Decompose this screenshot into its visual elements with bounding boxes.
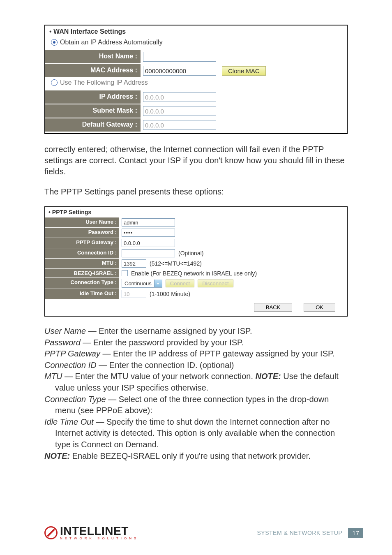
def-mtu-text: — Enter the MTU value of your network co… [62, 372, 255, 381]
wan-title-row: • WAN Interface Settings [45, 25, 347, 38]
pptp-idle-input[interactable] [122, 290, 146, 298]
pptp-ok-button[interactable]: OK [304, 303, 335, 312]
host-name-label: Host Name : [45, 50, 141, 63]
pptp-connect-button[interactable]: Connect [166, 280, 194, 287]
pptp-mtu-label: MTU : [45, 259, 119, 268]
footer-caption: SYSTEM & NETWORK SETUP [257, 530, 343, 536]
def-user-name-term: User Name [44, 326, 86, 335]
intellinet-logo: INTELLINET NETWORK SOLUTIONS [44, 526, 138, 540]
subnet-mask-input[interactable] [143, 106, 216, 116]
wan-radio-static-label: Use The Following IP Address [60, 79, 148, 86]
pptp-ctype-select[interactable]: Continuous ▾ [122, 279, 162, 288]
pptp-ctype-value: Continuous [122, 280, 154, 287]
pptp-back-button[interactable]: BACK [254, 303, 292, 312]
pptp-mtu-hint: (512<=MTU<=1492) [150, 260, 202, 267]
pptp-bezeq-hint: Enable (For BEZEQ network in ISRAEL use … [131, 270, 257, 277]
pptp-settings-panel: • PPTP Settings User Name : Password : P… [44, 206, 348, 317]
pptp-user-label: User Name : [45, 217, 119, 227]
page-footer: INTELLINET NETWORK SOLUTIONS SYSTEM & NE… [44, 526, 363, 540]
pptp-disconnect-button[interactable]: Disconnect [198, 280, 233, 287]
def-idle-term: Idle Time Out [44, 417, 94, 426]
definitions: User Name — Enter the username assigned … [44, 326, 348, 462]
host-name-input[interactable] [143, 52, 216, 62]
radio-unchecked-icon [51, 79, 58, 86]
wan-radio-static[interactable]: Use The Following IP Address [45, 77, 347, 90]
radio-checked-icon [51, 39, 58, 46]
subnet-mask-label: Subnet Mask : [45, 104, 141, 118]
pptp-gw-input[interactable] [122, 239, 175, 247]
def-mtu-note: NOTE: [256, 372, 281, 381]
pptp-pass-label: Password : [45, 228, 119, 238]
def-pptp-gw-text: — Enter the IP address of PPTP gateway a… [100, 349, 334, 358]
wan-radio-auto[interactable]: Obtain an IP Address Automatically [45, 38, 347, 49]
pptp-cid-hint: (Optional) [178, 250, 203, 257]
paragraph-1: correctly entered; otherwise, the Intern… [44, 144, 348, 177]
def-pptp-gw-term: PPTP Gateway [44, 349, 100, 358]
paragraph-2: The PPTP Settings panel presents these o… [44, 186, 348, 197]
page-number-badge: 17 [348, 528, 363, 538]
ip-address-input[interactable] [143, 92, 216, 102]
chevron-down-icon: ▾ [154, 280, 162, 287]
logo-mark-icon [44, 526, 58, 539]
def-idle-text: — Specify the time to shut down the Inte… [55, 417, 335, 449]
pptp-user-input[interactable] [122, 218, 175, 227]
def-cid-text: — Enter the connection ID. (optional) [97, 361, 234, 370]
def-password-text: — Enter the password provided by your IS… [81, 338, 244, 347]
pptp-title-row: • PPTP Settings [45, 207, 347, 217]
mac-address-input[interactable] [143, 66, 216, 76]
wan-interface-settings-panel: • WAN Interface Settings Obtain an IP Ad… [44, 25, 348, 134]
pptp-gw-label: PPTP Gateway : [45, 238, 119, 248]
def-ctype-term: Connection Type [44, 395, 106, 404]
def-user-name-text: — Enter the username assigned by your IS… [86, 326, 252, 335]
wan-radio-auto-label: Obtain an IP Address Automatically [60, 39, 163, 46]
def-cid-term: Connection ID [44, 361, 97, 370]
logo-main-text: INTELLINET [60, 526, 138, 536]
pptp-bezeq-checkbox[interactable] [122, 270, 128, 276]
default-gateway-input[interactable] [143, 120, 216, 130]
mac-address-label: MAC Address : [45, 64, 141, 77]
wan-title: WAN Interface Settings [53, 28, 126, 35]
def-password-term: Password [44, 338, 81, 347]
pptp-ctype-label: Connection Type : [45, 278, 119, 289]
def-mtu-term: MTU [44, 372, 62, 381]
pptp-idle-hint: (1-1000 Minute) [150, 291, 190, 297]
ip-address-label: IP Address : [45, 90, 141, 104]
default-gateway-label: Default Gateway : [45, 118, 141, 132]
def-note-text: Enable BEZEQ-ISRAEL only if you're using… [70, 451, 311, 460]
clone-mac-button[interactable]: Clone MAC [222, 66, 266, 76]
pptp-idle-label: Idle Time Out : [45, 289, 119, 299]
pptp-bezeq-label: BEZEQ-ISRAEL : [45, 269, 119, 278]
def-note-term: NOTE: [44, 451, 70, 460]
pptp-title: PPTP Settings [52, 209, 91, 215]
pptp-cid-label: Connection ID : [45, 248, 119, 258]
pptp-mtu-input[interactable] [122, 259, 146, 268]
logo-sub-text: NETWORK SOLUTIONS [60, 536, 138, 540]
pptp-pass-input[interactable] [122, 229, 175, 237]
pptp-cid-input[interactable] [122, 249, 175, 257]
